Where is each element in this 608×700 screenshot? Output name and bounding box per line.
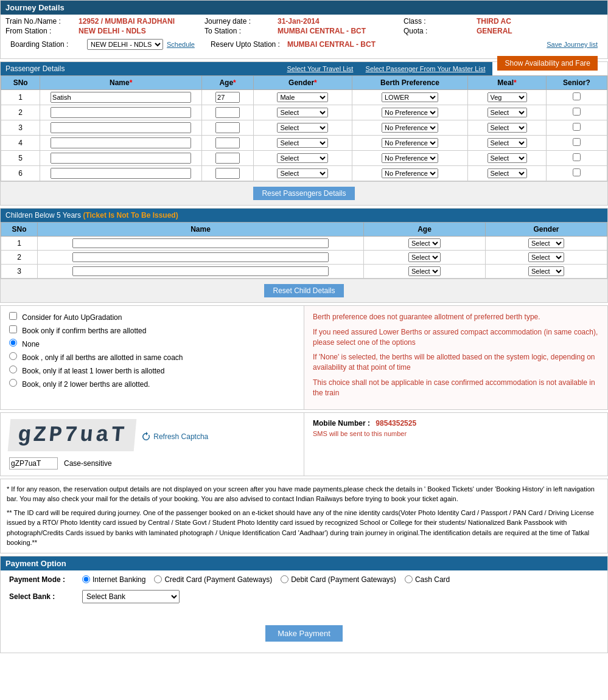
passenger-senior-checkbox-1[interactable]: [573, 92, 581, 100]
captcha-left-panel: gZP7uaT Refresh Captcha Case-sensitive: [1, 413, 304, 476]
debit-card-radio[interactable]: [281, 575, 288, 583]
one-lower-radio[interactable]: [9, 366, 17, 373]
master-list-link[interactable]: Select Passenger From Your Master List: [366, 65, 486, 72]
passenger-gender-select-6[interactable]: SelectMaleFemaleTransgender: [277, 168, 328, 178]
internet-banking-radio[interactable]: [82, 575, 90, 583]
passenger-name-input-3[interactable]: [51, 122, 191, 133]
refresh-captcha-button[interactable]: Refresh Captcha: [141, 432, 208, 442]
passenger-age-input-2[interactable]: [215, 107, 240, 118]
child-gender-cell-3: SelectMaleFemale: [486, 265, 607, 279]
passenger-age-cell-2: [202, 105, 254, 120]
quota-label: Quota :: [404, 27, 477, 35]
bank-select[interactable]: Select Bank: [82, 590, 180, 603]
passenger-senior-checkbox-4[interactable]: [573, 138, 581, 146]
passenger-meal-select-1[interactable]: SelectVegNon-Veg: [487, 92, 527, 102]
captcha-top-row: gZP7uaT Refresh Captcha: [9, 419, 295, 455]
passenger-berth-select-3[interactable]: No PreferenceLOWERMIDDLEUPPERSIDE LOWERS…: [382, 123, 438, 133]
passenger-senior-checkbox-6[interactable]: [573, 168, 581, 176]
passenger-age-input-3[interactable]: [215, 122, 240, 133]
passenger-meal-select-2[interactable]: SelectVegNon-Veg: [487, 108, 527, 117]
auto-upgrade-label[interactable]: Consider for Auto UpGradation: [9, 312, 295, 322]
child-age-cell-3: Select01234: [364, 265, 486, 279]
child-name-input-3[interactable]: [72, 266, 329, 276]
two-lower-label[interactable]: Book, only if 2 lower berths are allotte…: [9, 379, 295, 389]
captcha-right-panel: Mobile Number : 9854352525 SMS will be s…: [304, 413, 607, 476]
options-left-panel: Consider for Auto UpGradation Book only …: [1, 306, 304, 409]
passenger-berth-select-4[interactable]: No PreferenceLOWERMIDDLEUPPERSIDE LOWERS…: [382, 138, 438, 148]
passenger-gender-select-3[interactable]: SelectMaleFemaleTransgender: [277, 123, 328, 133]
passenger-row-1: 1SelectMaleFemaleTransgenderNo Preferenc…: [1, 90, 607, 105]
none-radio[interactable]: [9, 339, 17, 347]
passenger-meal-select-5[interactable]: SelectVegNon-Veg: [487, 153, 527, 163]
schedule-link[interactable]: Schedule: [167, 41, 195, 48]
passenger-name-input-1[interactable]: [51, 92, 191, 103]
child-gender-select-1[interactable]: SelectMaleFemale: [528, 238, 564, 248]
passenger-meal-select-4[interactable]: SelectVegNon-Veg: [487, 138, 527, 148]
none-option-label[interactable]: None: [9, 339, 295, 348]
auto-upgrade-checkbox[interactable]: [9, 312, 17, 320]
passenger-berth-cell-2: No PreferenceLOWERMIDDLEUPPERSIDE LOWERS…: [352, 105, 468, 120]
passenger-age-input-4[interactable]: [215, 137, 240, 148]
passenger-name-input-5[interactable]: [51, 153, 191, 164]
credit-card-label[interactable]: Credit Card (Payment Gateways): [154, 575, 272, 584]
cash-card-label[interactable]: Cash Card: [405, 575, 450, 584]
confirm-berth-label[interactable]: Book only if confirm berths are allotted: [9, 325, 295, 335]
passenger-name-input-4[interactable]: [51, 137, 191, 148]
passenger-meal-select-6[interactable]: SelectVegNon-Veg: [487, 168, 527, 178]
captcha-input[interactable]: [9, 457, 58, 470]
confirm-berth-checkbox[interactable]: [9, 325, 17, 333]
one-lower-label[interactable]: Book, only if at least 1 lower berth is …: [9, 366, 295, 375]
same-coach-label[interactable]: Book , only if all berths are allotted i…: [9, 352, 295, 362]
passenger-meal-select-3[interactable]: SelectVegNon-Veg: [487, 123, 527, 133]
quota-value: GENERAL: [477, 27, 512, 35]
class-row: Class : THIRD AC: [404, 17, 603, 26]
show-availability-button[interactable]: Show Availability and Fare: [497, 56, 598, 71]
reset-passengers-button[interactable]: Reset Passengers Details: [253, 187, 354, 200]
child-gender-select-2[interactable]: SelectMaleFemale: [528, 252, 564, 262]
passenger-berth-select-2[interactable]: No PreferenceLOWERMIDDLEUPPERSIDE LOWERS…: [382, 108, 438, 117]
passenger-age-input-1[interactable]: [215, 92, 240, 103]
disclaimer-para1: * If for any reason, the reservation out…: [7, 484, 601, 504]
child-age-select-2[interactable]: Select01234: [408, 252, 441, 262]
boarding-label: Boarding Station :: [10, 40, 83, 49]
save-journey-link[interactable]: Save Journey list: [547, 41, 598, 48]
bank-label: Select Bank :: [9, 592, 82, 601]
boarding-station-select[interactable]: NEW DELHI - NDLS: [87, 39, 163, 50]
passenger-gender-select-1[interactable]: SelectMaleFemaleTransgender: [277, 92, 328, 102]
child-age-select-1[interactable]: Select01234: [408, 238, 441, 248]
passenger-senior-checkbox-2[interactable]: [573, 108, 581, 116]
passenger-meal-cell-5: SelectVegNon-Veg: [468, 151, 547, 166]
passenger-name-input-6[interactable]: [51, 168, 191, 179]
same-coach-radio[interactable]: [9, 352, 17, 360]
passenger-age-input-6[interactable]: [215, 168, 240, 179]
child-name-input-1[interactable]: [72, 238, 329, 248]
credit-card-radio[interactable]: [154, 575, 162, 583]
passenger-age-cell-1: [202, 90, 254, 105]
passenger-senior-checkbox-5[interactable]: [573, 153, 581, 161]
internet-banking-label[interactable]: Internet Banking: [82, 575, 145, 584]
passenger-gender-select-4[interactable]: SelectMaleFemaleTransgender: [277, 138, 328, 148]
debit-card-label[interactable]: Debit Card (Payment Gateways): [281, 575, 396, 584]
passenger-berth-select-6[interactable]: No PreferenceLOWERMIDDLEUPPERSIDE LOWERS…: [382, 168, 438, 178]
passenger-name-input-2[interactable]: [51, 107, 191, 118]
to-value: MUMBAI CENTRAL - BCT: [278, 27, 366, 35]
cash-card-radio[interactable]: [405, 575, 413, 583]
reset-children-button[interactable]: Reset Child Details: [264, 284, 343, 297]
col-gender: Gender*: [254, 76, 352, 90]
travel-list-link[interactable]: Select Your Travel List: [287, 65, 354, 72]
child-gender-select-3[interactable]: SelectMaleFemale: [528, 266, 564, 276]
passenger-gender-select-5[interactable]: SelectMaleFemaleTransgender: [277, 153, 328, 163]
child-age-select-3[interactable]: Select01234: [408, 266, 441, 276]
passenger-senior-checkbox-3[interactable]: [573, 123, 581, 131]
passenger-berth-select-1[interactable]: No PreferenceLOWERMIDDLEUPPERSIDE LOWERS…: [382, 92, 438, 102]
passenger-gender-select-2[interactable]: SelectMaleFemaleTransgender: [277, 108, 328, 117]
make-payment-button[interactable]: Make Payment: [265, 625, 343, 642]
child-name-input-2[interactable]: [72, 252, 329, 262]
passenger-age-input-5[interactable]: [215, 153, 240, 164]
two-lower-radio[interactable]: [9, 379, 17, 387]
col-name: Name*: [40, 76, 202, 90]
class-label: Class :: [404, 17, 477, 26]
passenger-berth-select-5[interactable]: No PreferenceLOWERMIDDLEUPPERSIDE LOWERS…: [382, 153, 438, 163]
train-no-value: 12952 / MUMBAI RAJDHANI: [79, 17, 175, 26]
child-sno-2: 2: [1, 251, 38, 265]
